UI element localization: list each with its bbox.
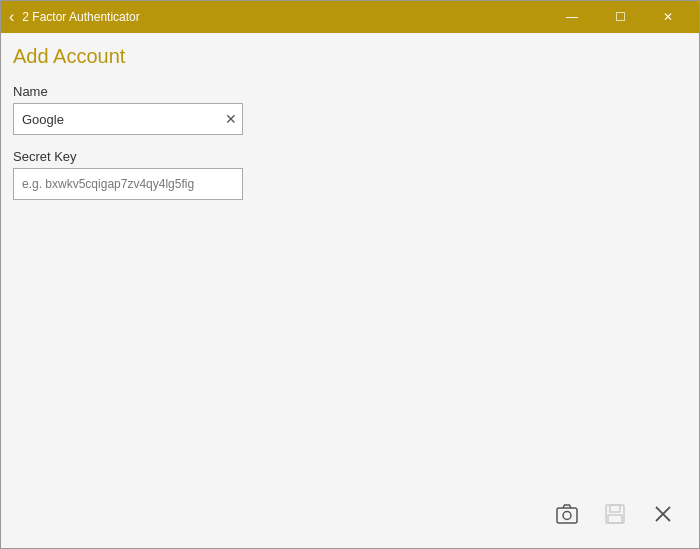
app-window: ‹ 2 Factor Authenticator — ☐ ✕ Add Accou… <box>0 0 700 549</box>
titlebar: ‹ 2 Factor Authenticator — ☐ ✕ <box>1 1 699 33</box>
titlebar-controls: — ☐ ✕ <box>549 1 691 33</box>
bottom-toolbar <box>13 488 687 540</box>
maximize-button[interactable]: ☐ <box>597 1 643 33</box>
camera-button[interactable] <box>547 494 587 534</box>
cancel-icon <box>652 503 674 525</box>
main-content: Add Account Name ✕ Secret Key <box>1 33 699 548</box>
svg-rect-4 <box>608 515 622 523</box>
svg-point-1 <box>563 512 571 520</box>
close-button[interactable]: ✕ <box>645 1 691 33</box>
svg-rect-0 <box>557 508 577 523</box>
svg-rect-3 <box>610 505 620 512</box>
save-button[interactable] <box>595 494 635 534</box>
name-label: Name <box>13 84 687 99</box>
cancel-button[interactable] <box>643 494 683 534</box>
minimize-button[interactable]: — <box>549 1 595 33</box>
name-input-wrapper: ✕ <box>13 103 243 135</box>
titlebar-title: 2 Factor Authenticator <box>22 10 549 24</box>
save-icon <box>604 503 626 525</box>
camera-icon <box>556 503 578 525</box>
back-button[interactable]: ‹ <box>9 8 14 26</box>
page-title: Add Account <box>13 45 687 68</box>
name-input[interactable] <box>13 103 243 135</box>
secret-label: Secret Key <box>13 149 687 164</box>
name-clear-button[interactable]: ✕ <box>225 112 237 126</box>
secret-input[interactable] <box>13 168 243 200</box>
